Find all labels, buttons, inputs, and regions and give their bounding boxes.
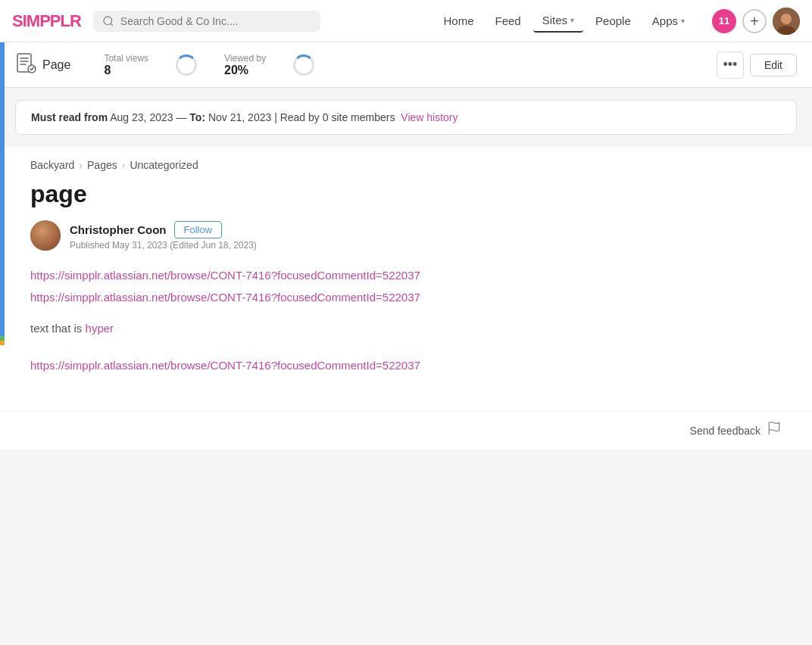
avatar-image <box>773 8 800 35</box>
breadcrumb: Backyard › Pages › Uncategorized <box>0 147 812 171</box>
viewed-by-stat: Viewed by 20% <box>224 53 266 77</box>
author-meta: Published May 31, 2023 (Edited Jun 18, 2… <box>70 240 257 251</box>
author-name-row: Christopher Coon Follow <box>70 221 257 238</box>
author-avatar-image <box>30 220 61 251</box>
send-feedback-label: Send feedback <box>690 425 760 437</box>
to-date: Nov 21, 2023 <box>208 111 271 123</box>
nav-actions: 11 + <box>712 8 800 35</box>
sites-chevron-icon: ▾ <box>570 16 574 24</box>
accent-orange <box>0 341 5 345</box>
content-wrapper: Backyard › Pages › Uncategorized page Ch… <box>0 147 812 449</box>
author-name: Christopher Coon <box>70 223 167 236</box>
flag-icon[interactable] <box>767 421 782 440</box>
view-history-link[interactable]: View history <box>401 111 458 123</box>
svg-point-3 <box>781 14 792 24</box>
breadcrumb-backyard[interactable]: Backyard <box>30 159 74 171</box>
pub-date: May 31, 2023 <box>112 240 167 251</box>
viewed-by-label: Viewed by <box>224 53 266 64</box>
page-icon-label: Page <box>15 52 70 77</box>
breadcrumb-sep-1: › <box>79 159 83 171</box>
avatar-svg <box>773 8 800 35</box>
svg-point-0 <box>104 17 112 25</box>
follow-button[interactable]: Follow <box>174 221 223 238</box>
nav-link-apps[interactable]: Apps ▾ <box>643 10 694 32</box>
nav-link-people[interactable]: People <box>586 10 640 32</box>
add-button[interactable]: + <box>742 9 767 33</box>
viewed-by-spinner <box>290 51 317 79</box>
total-views-spinner <box>173 51 200 79</box>
hyper-text-before: text that is <box>30 322 86 335</box>
apps-chevron-icon: ▾ <box>681 17 685 25</box>
logo-text-accent: PPLR <box>39 11 81 30</box>
logo[interactable]: SIMPPLR <box>12 11 81 31</box>
must-read-to-label: To: <box>189 111 205 123</box>
stats-group: Total views 8 Viewed by 20% <box>104 51 317 79</box>
author-row: Christopher Coon Follow Published May 31… <box>0 214 812 263</box>
page-body: https://simpplr.atlassian.net/browse/CON… <box>0 263 812 411</box>
breadcrumb-pages[interactable]: Pages <box>87 159 117 171</box>
page-header-label: Page <box>42 58 70 72</box>
search-input[interactable] <box>120 15 311 27</box>
logo-text-plain: SIM <box>12 11 39 30</box>
edit-button[interactable]: Edit <box>750 54 797 76</box>
breadcrumb-uncategorized[interactable]: Uncategorized <box>130 159 198 171</box>
total-views-stat: Total views 8 <box>104 53 148 77</box>
must-read-label: Must read from <box>31 111 108 123</box>
page-title-area: page <box>0 171 812 214</box>
nav-links: Home Feed Sites ▾ People Apps ▾ <box>435 9 695 33</box>
author-avatar[interactable] <box>30 220 61 251</box>
page-header-bar: Page Total views 8 Viewed by 20% ••• Edi… <box>0 42 812 88</box>
hyper-text-block: text that is hyper <box>30 322 782 335</box>
content-link-3[interactable]: https://simpplr.atlassian.net/browse/CON… <box>30 359 782 372</box>
page-title: page <box>30 180 782 208</box>
search-bar[interactable] <box>93 11 320 32</box>
accent-blue <box>0 42 5 336</box>
edit-date: (Edited Jun 18, 2023) <box>170 240 257 251</box>
must-read-separator: — <box>176 111 189 123</box>
user-avatar[interactable] <box>773 8 800 35</box>
must-read-banner: Must read from Aug 23, 2023 — To: Nov 21… <box>15 100 797 135</box>
svg-line-1 <box>111 23 113 26</box>
spinner-circle <box>176 55 197 76</box>
hyper-link[interactable]: hyper <box>86 322 114 335</box>
search-icon <box>102 15 114 27</box>
left-accent-bar <box>0 42 5 345</box>
top-navigation: SIMPPLR Home Feed Sites ▾ People Apps ▾ … <box>0 0 812 42</box>
page-icon-svg <box>15 52 36 73</box>
more-options-button[interactable]: ••• <box>717 51 744 79</box>
spinner-circle-2 <box>293 55 314 76</box>
total-views-label: Total views <box>104 53 148 64</box>
page-doc-icon <box>15 52 36 77</box>
author-info: Christopher Coon Follow Published May 31… <box>70 221 257 251</box>
notification-badge[interactable]: 11 <box>712 9 736 33</box>
published-prefix: Published <box>70 240 110 251</box>
page-actions: ••• Edit <box>717 51 797 79</box>
from-date: Aug 23, 2023 <box>110 111 173 123</box>
nav-link-feed[interactable]: Feed <box>486 10 530 32</box>
content-link-1[interactable]: https://simpplr.atlassian.net/browse/CON… <box>30 269 782 282</box>
must-read-read-by: | Read by <box>274 111 323 123</box>
viewed-by-value: 20% <box>224 64 248 77</box>
total-views-value: 8 <box>104 64 111 77</box>
nav-link-sites[interactable]: Sites ▾ <box>533 9 583 33</box>
nav-link-home[interactable]: Home <box>435 10 483 32</box>
flag-svg <box>767 421 782 436</box>
breadcrumb-sep-2: › <box>122 159 126 171</box>
content-link-2[interactable]: https://simpplr.atlassian.net/browse/CON… <box>30 291 782 304</box>
read-count: 0 site members <box>323 111 395 123</box>
feedback-bar: Send feedback <box>0 411 812 449</box>
